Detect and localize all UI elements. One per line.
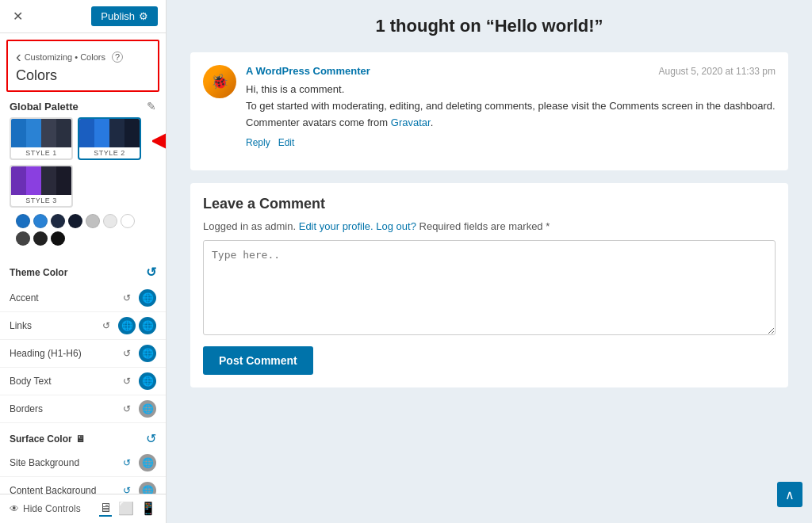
theme-color-section: Theme Color ↺ Accent ↺ 🌐 Links ↺ 🌐 🌐 Hea… (0, 255, 166, 423)
swatch-blue-light[interactable] (33, 214, 48, 228)
style-card-1[interactable]: STYLE 1 (10, 117, 73, 160)
heading-reset-btn[interactable]: ↺ (118, 345, 136, 362)
links-reset-btn[interactable]: ↺ (98, 317, 115, 334)
avatar: 🐞 (203, 65, 236, 98)
comment-line3-suffix: . (431, 116, 434, 128)
accent-globe-btn[interactable]: 🌐 (139, 289, 156, 307)
top-bar: ✕ Publish ⚙ (0, 0, 166, 33)
eye-icon: 👁 (10, 503, 19, 514)
swatch-lighter-gray[interactable] (103, 214, 117, 228)
style2-color4 (124, 119, 140, 147)
edit-profile-link[interactable]: Edit your profile. (299, 220, 373, 232)
comment-line1: Hi, this is a comment. (246, 83, 344, 95)
body-text-actions: ↺ 🌐 (118, 372, 156, 390)
site-background-row: Site Background ↺ 🌐 (0, 449, 166, 477)
right-panel: 1 thought on “Hello world!” 🐞 A WordPres… (167, 0, 812, 523)
surface-color-header: Surface Color 🖥 ↺ (0, 423, 166, 449)
surface-label: Surface Color (10, 433, 72, 445)
tablet-icon[interactable]: ⬜ (118, 501, 134, 517)
surface-color-title: Surface Color 🖥 (10, 433, 85, 445)
color-swatches-row (6, 208, 159, 249)
site-bg-globe-btn[interactable]: 🌐 (139, 454, 156, 471)
publish-button[interactable]: Publish ⚙ (91, 6, 158, 26)
swatch-light-gray[interactable] (86, 214, 100, 228)
desktop-icon[interactable]: 🖥 (99, 501, 112, 517)
borders-actions: ↺ 🌐 (118, 400, 156, 418)
post-comment-button[interactable]: Post Comment (203, 346, 313, 375)
accent-actions: ↺ 🌐 (118, 289, 156, 307)
bottom-bar: 👁 Hide Controls 🖥 ⬜ 📱 (0, 494, 166, 523)
hide-controls-button[interactable]: 👁 Hide Controls (10, 503, 81, 514)
edit-palette-icon[interactable]: ✎ (147, 100, 156, 113)
close-button[interactable]: ✕ (8, 7, 27, 26)
required-text: Required fields are marked * (419, 220, 550, 232)
body-text-label: Body Text (10, 376, 51, 387)
borders-reset-btn[interactable]: ↺ (118, 400, 136, 418)
comment-actions: Reply Edit (246, 137, 776, 148)
avatar-emoji: 🐞 (211, 73, 228, 90)
style1-color1 (11, 119, 26, 147)
edit-link[interactable]: Edit (278, 137, 295, 148)
surface-color-section: Surface Color 🖥 ↺ Site Background ↺ 🌐 Co… (0, 423, 166, 505)
leave-comment-title: Leave a Comment (203, 196, 776, 212)
links-row: Links ↺ 🌐 🌐 (0, 312, 166, 340)
global-palette-section: Global Palette ✎ STYLE 1 (0, 92, 166, 255)
style2-color1 (79, 119, 94, 147)
logged-in-as: Logged in as admin. (203, 220, 296, 232)
global-palette-header: Global Palette ✎ (6, 92, 159, 117)
style-grid: STYLE 1 STYLE 2 ST (6, 117, 159, 208)
scroll-to-top-button[interactable]: ∧ (777, 482, 802, 507)
style1-label: STYLE 1 (11, 147, 71, 158)
style-card-3[interactable]: STYLE 3 (10, 165, 73, 208)
swatch-darker[interactable] (33, 231, 48, 246)
logout-link[interactable]: Log out? (376, 220, 416, 232)
site-bg-reset-btn[interactable]: ↺ (118, 454, 136, 471)
leave-comment-section: Leave a Comment Logged in as admin. Edit… (190, 183, 788, 387)
comment-text: Hi, this is a comment. To get started wi… (246, 82, 776, 131)
comment-line2: To get started with moderating, editing,… (246, 100, 776, 112)
device-icons: 🖥 ⬜ 📱 (99, 501, 156, 517)
links-globe1-btn[interactable]: 🌐 (118, 317, 136, 334)
reply-link[interactable]: Reply (246, 137, 270, 148)
borders-row: Borders ↺ 🌐 (0, 395, 166, 423)
style3-color2 (26, 166, 41, 195)
gravatar-link[interactable]: Gravatar (391, 116, 431, 128)
heading-globe-btn[interactable]: 🌐 (139, 345, 156, 362)
theme-color-header: Theme Color ↺ (0, 255, 166, 284)
borders-globe-btn[interactable]: 🌐 (139, 400, 156, 418)
breadcrumb-back-button[interactable]: ‹ Customizing • Colors ? (16, 48, 123, 66)
site-background-label: Site Background (10, 457, 79, 468)
comment-textarea[interactable] (203, 240, 776, 335)
style-card-2[interactable]: STYLE 2 (78, 117, 141, 160)
style2-color2 (94, 119, 109, 147)
heading-row: Heading (H1-H6) ↺ 🌐 (0, 340, 166, 368)
accent-reset-btn[interactable]: ↺ (118, 289, 136, 307)
back-icon: ‹ (16, 48, 21, 66)
style3-color1 (11, 166, 26, 195)
global-palette-title: Global Palette (10, 101, 79, 113)
links-globe2-btn[interactable]: 🌐 (139, 317, 156, 334)
site-background-actions: ↺ 🌐 (118, 454, 156, 471)
swatch-white[interactable] (121, 214, 135, 228)
swatch-dark-navy[interactable] (51, 214, 65, 228)
body-text-globe-btn[interactable]: 🌐 (139, 372, 156, 390)
swatch-darkest-navy[interactable] (68, 214, 82, 228)
style1-color2 (26, 119, 41, 147)
links-label: Links (10, 320, 32, 331)
heading-actions: ↺ 🌐 (118, 345, 156, 362)
help-icon: ? (112, 52, 123, 63)
comment-section: 🐞 A WordPress Commenter August 5, 2020 a… (190, 52, 788, 170)
style1-color4 (56, 119, 71, 147)
body-text-reset-btn[interactable]: ↺ (118, 372, 136, 390)
theme-reset-icon[interactable]: ↺ (146, 265, 156, 280)
swatch-blue[interactable] (16, 214, 30, 228)
comment-line3-prefix: Commenter avatars come from (246, 116, 391, 128)
commenter-name[interactable]: A WordPress Commenter (246, 65, 370, 77)
style2-label: STYLE 2 (79, 147, 140, 158)
mobile-icon[interactable]: 📱 (140, 501, 156, 517)
swatch-darkest[interactable] (51, 231, 65, 246)
swatch-dark-gray[interactable] (16, 231, 30, 246)
style1-color3 (41, 119, 56, 147)
breadcrumb-title: Colors (16, 67, 150, 84)
surface-reset-icon[interactable]: ↺ (146, 431, 156, 446)
